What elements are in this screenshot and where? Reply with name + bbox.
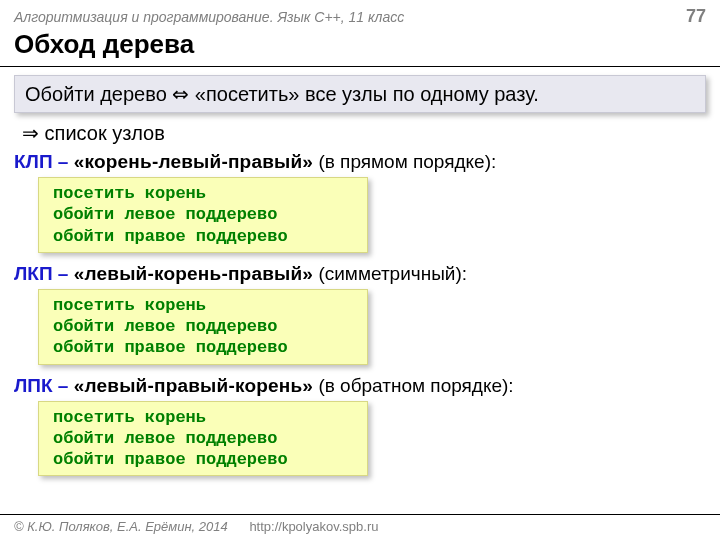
section-heading: КЛП – «корень-левый-правый» (в прямом по… bbox=[14, 151, 706, 173]
section-dash: – bbox=[53, 375, 74, 396]
code-box: посетить корень обойти левое поддерево о… bbox=[38, 177, 368, 253]
section-suffix: (в прямом порядке): bbox=[313, 151, 496, 172]
section-abbr: ЛКП bbox=[14, 263, 53, 284]
section-suffix: (симметричный): bbox=[313, 263, 467, 284]
code-line: посетить корень bbox=[53, 295, 353, 316]
code-box: посетить корень обойти левое поддерево о… bbox=[38, 289, 368, 365]
code-line: обойти левое поддерево bbox=[53, 204, 353, 225]
slide-title: Обход дерева bbox=[0, 29, 720, 66]
section-abbr: КЛП bbox=[14, 151, 53, 172]
code-line: обойти правое поддерево bbox=[53, 449, 353, 470]
section-abbr: ЛПК bbox=[14, 375, 53, 396]
definition-box: Обойти дерево ⇔ «посетить» все узлы по о… bbox=[14, 75, 706, 113]
section-name: «левый-правый-корень» bbox=[74, 375, 313, 396]
course-name: Алгоритмизация и программирование. Язык … bbox=[14, 9, 404, 25]
section-name: «корень-левый-правый» bbox=[74, 151, 313, 172]
code-line: посетить корень bbox=[53, 407, 353, 428]
code-line: обойти правое поддерево bbox=[53, 226, 353, 247]
page-number: 77 bbox=[686, 6, 706, 27]
section-suffix: (в обратном порядке): bbox=[313, 375, 514, 396]
title-rule bbox=[0, 66, 720, 67]
slide-header: Алгоритмизация и программирование. Язык … bbox=[0, 0, 720, 29]
code-line: обойти правое поддерево bbox=[53, 337, 353, 358]
slide-footer: © К.Ю. Поляков, Е.А. Ерёмин, 2014 http:/… bbox=[0, 514, 720, 540]
slide-content: Обойти дерево ⇔ «посетить» все узлы по о… bbox=[0, 75, 720, 476]
code-box: посетить корень обойти левое поддерево о… bbox=[38, 401, 368, 477]
code-line: обойти левое поддерево bbox=[53, 428, 353, 449]
definition-text: Обойти дерево ⇔ «посетить» все узлы по о… bbox=[25, 83, 539, 105]
footer-url: http://kpolyakov.spb.ru bbox=[249, 519, 378, 534]
section-name: «левый-корень-правый» bbox=[74, 263, 313, 284]
section-heading: ЛПК – «левый-правый-корень» (в обратном … bbox=[14, 375, 706, 397]
section-dash: – bbox=[53, 263, 74, 284]
code-line: посетить корень bbox=[53, 183, 353, 204]
arrow-line: ⇒ список узлов bbox=[14, 121, 706, 145]
section-heading: ЛКП – «левый-корень-правый» (симметричны… bbox=[14, 263, 706, 285]
section-dash: – bbox=[53, 151, 74, 172]
footer-copyright: © К.Ю. Поляков, Е.А. Ерёмин, 2014 bbox=[14, 519, 228, 534]
code-line: обойти левое поддерево bbox=[53, 316, 353, 337]
